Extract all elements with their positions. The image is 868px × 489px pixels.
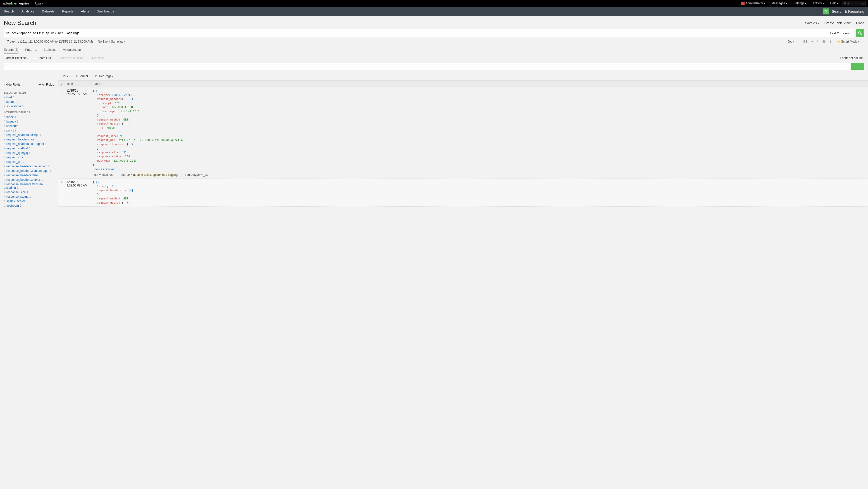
field-row[interactable]: #latency3 bbox=[4, 119, 54, 124]
time-range-picker[interactable]: Last 24 hours bbox=[827, 29, 855, 37]
field-row[interactable]: #request_size1 bbox=[4, 155, 54, 160]
json-toggle[interactable]: [+] bbox=[125, 201, 130, 204]
field-row[interactable]: arequest_headers.accept1 bbox=[4, 133, 54, 137]
field-row[interactable]: aupstream1 bbox=[4, 203, 54, 208]
format-timeline[interactable]: Format Timeline bbox=[4, 56, 28, 60]
tab-visualization[interactable]: Visualization bbox=[63, 46, 81, 54]
field-row[interactable]: arequest_query.q1 bbox=[4, 151, 54, 155]
field-row[interactable]: arequest_method1 bbox=[4, 146, 54, 151]
field-name[interactable]: splunk_server bbox=[6, 199, 25, 203]
nav-alerts[interactable]: Alerts bbox=[81, 7, 89, 16]
field-row[interactable]: ahost1 bbox=[4, 95, 54, 99]
nav-search[interactable]: Search bbox=[4, 7, 14, 16]
json-toggle[interactable]: [+] bbox=[130, 143, 135, 146]
save-as-button[interactable]: Save As bbox=[805, 21, 819, 25]
find-input[interactable] bbox=[844, 2, 862, 5]
field-row[interactable]: arequest_headers.user-agent1 bbox=[4, 142, 54, 146]
meta-source[interactable]: apache-apisix-splunk-hec-logging bbox=[133, 173, 178, 176]
field-name[interactable]: request_headers.host bbox=[6, 138, 35, 141]
nav-reports[interactable]: Reports bbox=[62, 7, 74, 16]
field-name[interactable]: request_method bbox=[6, 147, 28, 150]
timeline-chart[interactable] bbox=[4, 63, 864, 70]
expand-icon[interactable]: › bbox=[58, 87, 65, 178]
all-fields[interactable]: ≔ All Fields bbox=[38, 83, 54, 86]
field-name[interactable]: response_size bbox=[6, 191, 26, 194]
field-name[interactable]: linecount bbox=[6, 124, 19, 128]
json-toggle[interactable]: [-] bbox=[96, 89, 101, 92]
per-page-dropdown[interactable]: 20 Per Page bbox=[95, 75, 114, 78]
json-toggle[interactable]: [-] bbox=[128, 97, 133, 100]
show-raw-text[interactable]: Show as raw text bbox=[93, 168, 115, 171]
close-button[interactable]: Close bbox=[856, 21, 864, 25]
field-name[interactable]: response_headers.transfer-encoding bbox=[4, 182, 43, 190]
list-dropdown[interactable]: List bbox=[62, 75, 68, 78]
tab-patterns[interactable]: Patterns bbox=[25, 46, 37, 54]
zoom-out[interactable]: — Zoom Out bbox=[34, 56, 51, 60]
field-name[interactable]: response_headers.content-type bbox=[6, 169, 49, 173]
field-row[interactable]: asourcetype1 bbox=[4, 104, 54, 109]
sampling-dropdown[interactable]: No Event Sampling bbox=[98, 40, 125, 43]
stop-icon[interactable]: ■ bbox=[811, 40, 813, 43]
field-name[interactable]: response_headers.connection bbox=[6, 165, 46, 168]
field-row[interactable]: arequest_url1 bbox=[4, 160, 54, 164]
field-row[interactable]: asplunk_server1 bbox=[4, 199, 54, 203]
field-name[interactable]: request_size bbox=[6, 155, 23, 159]
search-input-wrap[interactable] bbox=[4, 29, 827, 37]
field-row[interactable]: apunct2 bbox=[4, 128, 54, 133]
settings-menu[interactable]: Settings bbox=[793, 1, 806, 5]
json-toggle[interactable]: [+] bbox=[128, 189, 133, 192]
field-row[interactable]: #response_status1 bbox=[4, 195, 54, 199]
messages-menu[interactable]: Messages bbox=[771, 1, 787, 5]
activity-menu[interactable]: Activity bbox=[812, 1, 824, 5]
field-row[interactable]: aresponse_headers.date5 bbox=[4, 173, 54, 177]
field-name[interactable]: response_headers.date bbox=[6, 174, 38, 177]
format-button[interactable]: ✎Format bbox=[75, 75, 88, 78]
search-input[interactable] bbox=[6, 31, 825, 35]
meta-host[interactable]: localhost bbox=[101, 173, 113, 176]
field-name[interactable]: response_headers.server bbox=[6, 178, 40, 181]
expand-icon[interactable]: › bbox=[58, 179, 65, 206]
field-row[interactable]: aindex1 bbox=[4, 115, 54, 119]
field-name[interactable]: host bbox=[6, 96, 12, 99]
print-icon[interactable]: 🖶 bbox=[823, 40, 826, 43]
field-name[interactable]: response_status bbox=[6, 195, 28, 198]
field-name[interactable]: request_query.q bbox=[6, 151, 28, 154]
field-row[interactable]: arequest_headers.host1 bbox=[4, 137, 54, 142]
meta-sourcetype[interactable]: _json bbox=[203, 173, 210, 176]
create-table-view-button[interactable]: Create Table View bbox=[825, 21, 850, 25]
field-row[interactable]: asource1 bbox=[4, 99, 54, 104]
tab-events[interactable]: Events (7) bbox=[4, 46, 19, 54]
reload-icon[interactable]: ↻ bbox=[817, 40, 819, 43]
hide-fields[interactable]: ‹ Hide Fields bbox=[4, 83, 21, 86]
field-row[interactable]: aresponse_headers.server1 bbox=[4, 177, 54, 182]
json-toggle[interactable]: [-] bbox=[96, 180, 101, 184]
col-time[interactable]: Time bbox=[65, 81, 92, 87]
field-name[interactable]: index bbox=[6, 115, 14, 119]
search-mode[interactable]: ⚡Smart Mode bbox=[837, 40, 859, 43]
field-name[interactable]: latency bbox=[6, 120, 16, 123]
timeline-bar[interactable] bbox=[851, 63, 864, 70]
pause-icon[interactable]: ❚❚ bbox=[803, 40, 808, 43]
help-menu[interactable]: Help bbox=[830, 1, 838, 5]
field-row[interactable]: #linecount1 bbox=[4, 124, 54, 128]
field-row[interactable]: aresponse_headers.transfer-encoding1 bbox=[4, 182, 54, 190]
find-box[interactable]: ⌕ bbox=[842, 1, 866, 6]
field-row[interactable]: aresponse_headers.connection1 bbox=[4, 164, 54, 169]
field-name[interactable]: request_url bbox=[6, 160, 22, 164]
field-name[interactable]: request_headers.user-agent bbox=[6, 142, 44, 146]
field-name[interactable]: request_headers.accept bbox=[6, 133, 38, 137]
admin-menu[interactable]: !Administrator bbox=[741, 1, 765, 5]
job-menu[interactable]: Job bbox=[787, 40, 794, 43]
download-icon[interactable]: ⤓ bbox=[829, 40, 832, 43]
field-name[interactable]: punct bbox=[6, 129, 14, 132]
tab-statistics[interactable]: Statistics bbox=[43, 46, 57, 54]
field-name[interactable]: sourcetype bbox=[6, 105, 21, 108]
field-name[interactable]: upstream bbox=[6, 204, 19, 207]
nav-dashboards[interactable]: Dashboards bbox=[97, 7, 114, 16]
nav-analytics[interactable]: Analytics bbox=[22, 7, 34, 16]
field-row[interactable]: #response_size1 bbox=[4, 190, 54, 195]
field-row[interactable]: aresponse_headers.content-type1 bbox=[4, 169, 54, 173]
nav-datasets[interactable]: Datasets bbox=[42, 7, 55, 16]
apps-menu[interactable]: Apps bbox=[35, 2, 43, 5]
search-button[interactable] bbox=[856, 29, 864, 37]
